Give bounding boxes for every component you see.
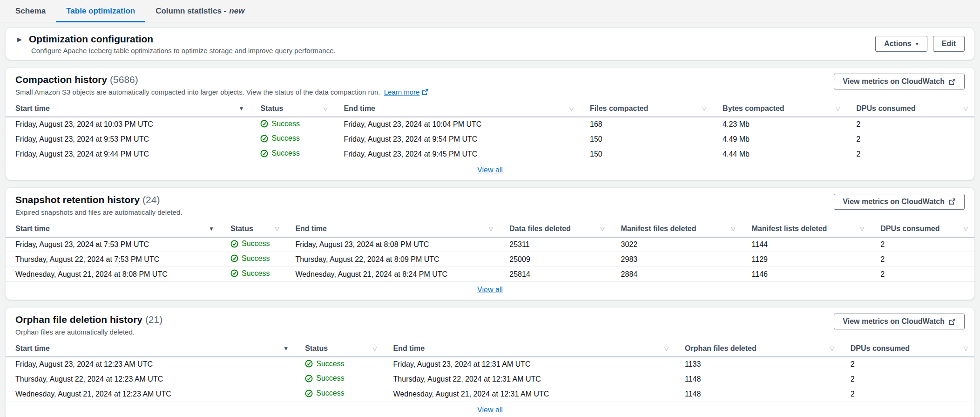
filter-icon[interactable]: ▽ [964,105,968,112]
external-link-icon [949,198,956,205]
config-expand-header[interactable]: ▶ Optimization configuration [15,33,336,45]
filter-icon[interactable]: ▽ [569,105,574,112]
column-header-data-files-deleted[interactable]: Data files deleted▽ [500,221,611,237]
table-cell: 1144 [742,237,871,252]
view-metrics-cloudwatch-button[interactable]: View metrics on CloudWatch [834,74,965,89]
view-metrics-label: View metrics on CloudWatch [843,317,945,326]
filter-icon[interactable]: ▽ [830,345,834,352]
column-label: End time [344,104,375,113]
column-header-end-time[interactable]: End time▽ [384,341,675,357]
section-title: Snapshot retention history (24) [15,194,182,206]
status-label: Success [271,149,299,157]
section-count: (21) [145,314,162,325]
column-header-manifest-lists-deleted[interactable]: Manifest lists deleted▽ [742,221,871,237]
column-header-end-time[interactable]: End time▽ [334,101,580,117]
orphan-file-deletion-history-table: Start time▼Status▽End time▽Orphan files … [6,341,974,402]
table-row: Friday, August 23, 2024 at 7:53 PM UTCSu… [6,237,974,252]
filter-icon[interactable]: ▽ [489,226,493,232]
table-cell: 2 [871,252,974,267]
table-cell: 1146 [742,267,871,282]
view-all-link[interactable]: View all [477,166,503,174]
view-all-link[interactable]: View all [477,406,503,414]
column-header-dpus-consumed[interactable]: DPUs consumed▽ [846,101,974,117]
success-check-icon [260,135,268,143]
expand-right-icon[interactable]: ▶ [17,36,22,43]
view-all-row: View all [6,162,974,180]
section-title: Compaction history (5686) [15,74,429,86]
table-cell: 1148 [675,387,841,402]
status-label: Success [316,360,344,368]
table-cell: 4.44 Mb [713,147,846,162]
table-cell: Wednesday, August 21, 2024 at 12:23 AM U… [6,387,295,402]
view-metrics-cloudwatch-button[interactable]: View metrics on CloudWatch [834,314,965,329]
tab-table-optimization[interactable]: Table optimization [56,0,145,22]
column-header-status[interactable]: Status▽ [250,101,334,117]
section-title-text: Snapshot retention history [15,194,140,205]
column-header-orphan-files-deleted[interactable]: Orphan files deleted▽ [675,341,841,357]
column-header-dpus-consumed[interactable]: DPUs consumed▽ [841,341,974,357]
column-header-start-time[interactable]: Start time▼ [6,221,221,237]
view-metrics-cloudwatch-button[interactable]: View metrics on CloudWatch [834,194,965,210]
filter-icon[interactable]: ▽ [731,226,735,232]
table-row: Thursday, August 22, 2024 at 12:23 AM UT… [6,372,974,387]
column-label: Data files deleted [509,225,571,233]
column-label: Status [260,104,283,113]
table-cell: Success [221,267,285,282]
section-count: (5686) [110,74,138,85]
column-header-status[interactable]: Status▽ [221,221,285,237]
optimization-configuration-panel: ▶ Optimization configuration Configure A… [5,27,975,60]
edit-button[interactable]: Edit [933,36,965,52]
column-header-start-time[interactable]: Start time▼ [6,341,295,357]
filter-icon[interactable]: ▽ [600,226,604,232]
filter-icon[interactable]: ▽ [664,345,669,352]
status-success-badge: Success [260,134,299,143]
table-cell: 168 [580,117,713,132]
table-cell: Friday, August 23, 2024 at 10:04 PM UTC [334,117,580,132]
table-cell: 2 [846,147,974,162]
status-label: Success [242,254,270,263]
filter-icon[interactable]: ▽ [323,105,327,112]
filter-icon[interactable]: ▽ [836,105,840,112]
filter-icon[interactable]: ▽ [372,345,377,352]
column-header-end-time[interactable]: End time▽ [285,221,500,237]
column-header-status[interactable]: Status▽ [295,341,383,357]
tab-column-statistics[interactable]: Column statistics - new [145,0,255,22]
filter-icon[interactable]: ▽ [964,345,968,352]
status-success-badge: Success [230,254,270,263]
tab-schema[interactable]: Schema [5,0,56,22]
filter-icon[interactable]: ▽ [860,226,864,232]
sort-descending-icon[interactable]: ▼ [239,105,244,112]
table-header-row: Start time▼Status▽End time▽Files compact… [6,101,974,117]
column-header-manifest-files-deleted[interactable]: Manifest files deleted▽ [611,221,742,237]
table-cell: 2983 [611,252,742,267]
column-header-dpus-consumed[interactable]: DPUs consumed▽ [871,221,974,237]
filter-icon[interactable]: ▽ [275,226,279,232]
compaction-history-table: Start time▼Status▽End time▽Files compact… [6,101,974,162]
section-heading-block: Compaction history (5686) Small Amazon S… [15,74,429,96]
learn-more-link[interactable]: Learn more [384,88,429,96]
column-header-files-compacted[interactable]: Files compacted▽ [580,101,713,117]
table-cell: 150 [580,132,713,147]
filter-icon[interactable]: ▽ [702,105,706,112]
edit-button-label: Edit [942,40,956,48]
column-label: DPUs consumed [856,104,915,113]
table-cell: Thursday, August 22, 2024 at 7:53 PM UTC [6,252,221,267]
sort-descending-icon[interactable]: ▼ [283,345,289,352]
column-label: DPUs consumed [880,225,939,233]
status-label: Success [316,389,344,397]
external-link-icon [949,78,956,85]
table-cell: Friday, August 23, 2024 at 9:45 PM UTC [334,147,580,162]
table-row: Friday, August 23, 2024 at 9:44 PM UTCSu… [6,147,974,162]
column-header-start-time[interactable]: Start time▼ [6,101,250,117]
view-all-link[interactable]: View all [477,286,503,294]
table-cell: Success [295,372,383,387]
config-actions: Actions ▾ Edit [875,36,965,52]
snapshot-retention-history-panel: Snapshot retention history (24) Expired … [5,187,975,301]
sort-descending-icon[interactable]: ▼ [209,226,214,232]
table-cell: 4.23 Mb [713,117,846,132]
column-header-bytes-compacted[interactable]: Bytes compacted▽ [713,101,846,117]
table-cell: Success [295,387,383,402]
filter-icon[interactable]: ▽ [964,226,968,232]
table-cell: Wednesday, August 21, 2024 at 12:31 AM U… [384,387,675,402]
actions-button[interactable]: Actions ▾ [875,36,927,52]
